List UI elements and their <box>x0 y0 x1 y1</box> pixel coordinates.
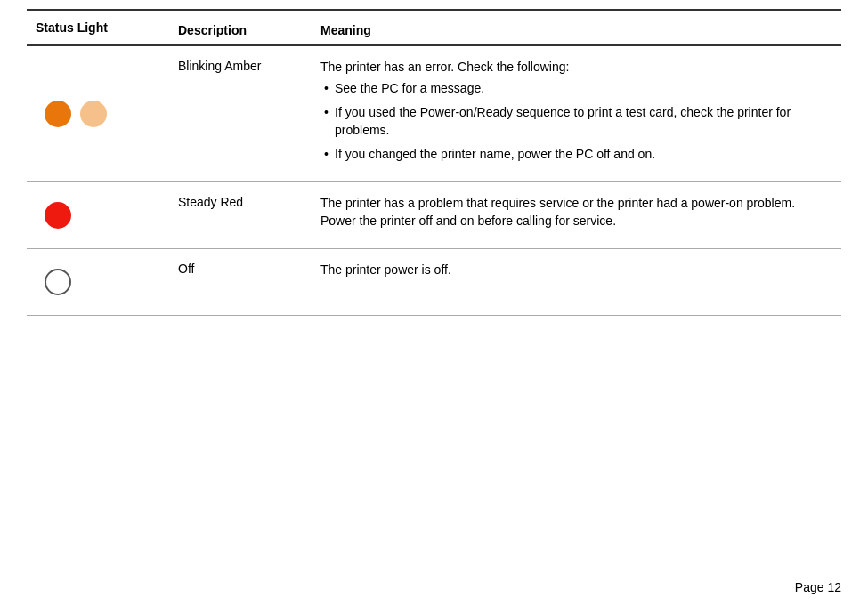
description-text-amber: Blinking Amber <box>178 59 261 73</box>
amber-light-icon <box>80 101 107 127</box>
meaning-list-amber: See the PC for a message. If you used th… <box>320 80 832 164</box>
status-table: Status Light Description Meaning Blinkin… <box>27 9 841 316</box>
header-meaning: Meaning <box>312 10 841 45</box>
meaning-intro-off: The printer power is off. <box>320 262 451 277</box>
table-row: Steady Red The printer has a problem tha… <box>27 182 841 248</box>
description-cell-off: Off <box>169 248 312 315</box>
description-text-off: Off <box>178 262 194 276</box>
meaning-cell-amber: The printer has an error. Check the foll… <box>312 45 841 182</box>
meaning-intro-red: The printer has a problem that requires … <box>320 196 795 228</box>
description-text-red: Steady Red <box>178 195 243 209</box>
red-solid-icon <box>45 202 71 229</box>
page-container: Status Light Description Meaning Blinkin… <box>0 0 868 351</box>
description-cell-red: Steady Red <box>169 182 312 248</box>
list-item: If you changed the printer name, power t… <box>320 146 832 164</box>
table-row: Off The printer power is off. <box>27 248 841 315</box>
status-light-cell-off <box>27 248 169 315</box>
list-item: If you used the Power-on/Ready sequence … <box>320 104 832 139</box>
page-number: Page 12 <box>795 580 841 594</box>
header-status-light: Status Light <box>27 10 169 45</box>
status-light-cell-red <box>27 182 169 248</box>
page-footer: Page 12 <box>795 580 841 594</box>
description-cell-amber: Blinking Amber <box>169 45 312 182</box>
status-light-cell-amber <box>27 45 169 182</box>
meaning-cell-red: The printer has a problem that requires … <box>312 182 841 248</box>
table-row: Blinking Amber The printer has an error.… <box>27 45 841 182</box>
meaning-cell-off: The printer power is off. <box>312 248 841 315</box>
list-item: See the PC for a message. <box>320 80 832 98</box>
header-description: Description <box>169 10 312 45</box>
amber-solid-icon <box>45 101 71 127</box>
outline-circle-icon <box>45 269 71 295</box>
meaning-intro-amber: The printer has an error. Check the foll… <box>320 60 569 74</box>
